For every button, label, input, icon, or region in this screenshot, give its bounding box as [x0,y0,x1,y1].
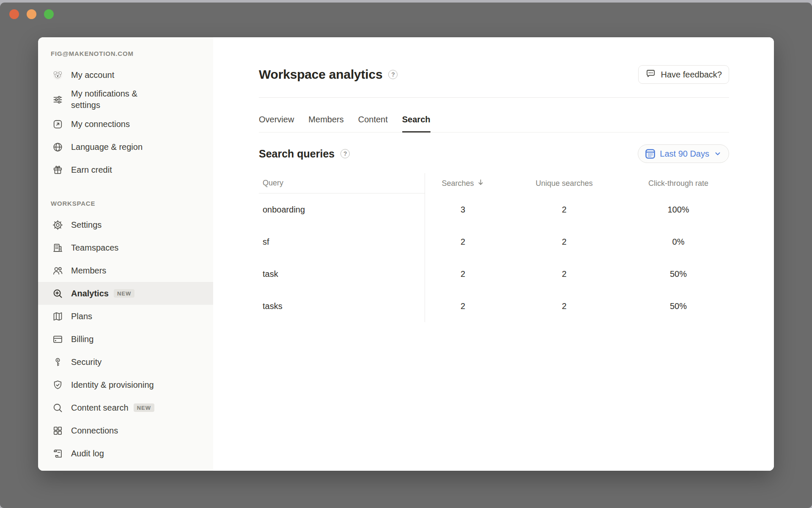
map-icon [52,310,63,322]
query-cell: sf [259,237,425,247]
column-header-query[interactable]: Query [259,173,425,193]
account-section-header: FIG@MAKENOTION.COM [38,50,213,58]
table-row[interactable]: onboarding 3 2 100% [259,193,729,226]
sidebar-item-settings[interactable]: Settings [38,213,213,236]
sidebar-item-connections[interactable]: Connections [38,419,213,442]
query-cell: tasks [259,301,425,311]
searches-cell: 2 [425,226,501,258]
column-header-ctr[interactable]: Click-through rate [628,179,729,188]
ctr-cell: 50% [628,269,729,279]
column-header-searches[interactable]: Searches [425,173,501,193]
workspace-section-header: WORKSPACE [38,200,213,208]
calendar-icon [645,149,655,159]
sidebar-item-content-search[interactable]: Content search NEW [38,396,213,419]
scroll-icon [52,447,63,459]
column-header-unique-searches[interactable]: Unique searches [501,179,628,188]
unique-searches-cell: 2 [501,269,628,279]
sidebar-item-label: My account [71,69,114,81]
sidebar-item-identity-provisioning[interactable]: Identity & provisioning [38,373,213,396]
sidebar-item-label: Settings [71,219,102,231]
table-row[interactable]: task 2 2 50% [259,258,729,290]
sidebar-item-my-connections[interactable]: My connections [38,113,213,135]
table-row[interactable]: sf 2 2 0% [259,226,729,258]
tab-overview[interactable]: Overview [259,115,294,132]
new-badge: NEW [114,289,134,298]
minimize-window-button[interactable] [27,9,36,19]
searches-cell: 2 [425,258,501,290]
speech-bubble-icon [645,68,656,81]
new-badge: NEW [134,403,154,412]
analytics-panel: Workspace analytics Have feedback? Overv… [213,37,774,471]
have-feedback-button[interactable]: Have feedback? [638,65,729,84]
sidebar-item-teamspaces[interactable]: Teamspaces [38,236,213,259]
sidebar-item-audit-log[interactable]: Audit log [38,442,213,465]
sidebar-item-label: Billing [71,334,93,345]
tab-search[interactable]: Search [402,115,431,132]
sidebar-item-label: Members [71,265,106,276]
unique-searches-cell: 2 [501,301,628,311]
have-feedback-label: Have feedback? [661,70,722,80]
sidebar-item-language-region[interactable]: Language & region [38,135,213,158]
gear-icon [52,219,63,231]
sidebar-item-label: Audit log [71,448,104,459]
grid-icon [52,425,63,436]
window-controls [9,9,54,19]
unique-searches-cell: 2 [501,205,628,215]
sidebar-item-label: Plans [71,311,92,322]
close-window-button[interactable] [9,9,19,19]
sidebar-item-label: Language & region [71,141,143,153]
sidebar-item-label: Analytics [71,288,109,299]
building-icon [52,242,63,254]
unique-searches-cell: 2 [501,237,628,247]
sidebar-item-billing[interactable]: Billing [38,328,213,351]
query-cell: onboarding [259,205,425,215]
ctr-cell: 0% [628,237,729,247]
sidebar-item-analytics[interactable]: Analytics NEW [38,282,213,305]
gift-icon [52,164,63,176]
zoom-window-button[interactable] [44,9,54,19]
sidebar-item-label: Content search [71,402,129,414]
searches-cell: 3 [425,193,501,226]
table-row[interactable]: tasks 2 2 50% [259,290,729,322]
searches-cell: 2 [425,290,501,322]
app-window: FIG@MAKENOTION.COM My account My notific… [0,3,812,508]
avatar [52,69,63,81]
sort-descending-icon [477,179,484,188]
people-icon [52,265,63,276]
sidebar-item-label: Security [71,356,102,368]
date-range-label: Last 90 Days [660,149,709,159]
external-link-icon [52,118,63,130]
ctr-cell: 100% [628,205,729,215]
sidebar-item-security[interactable]: Security [38,351,213,373]
sliders-icon [52,94,63,105]
analytics-tabs: Overview Members Content Search [259,98,729,133]
sidebar-item-notifications-settings[interactable]: My notifications & settings [38,86,213,113]
section-title: Search queries [259,148,335,160]
globe-icon [52,141,63,153]
sidebar-item-members[interactable]: Members [38,259,213,282]
help-icon[interactable] [388,70,398,79]
tab-members[interactable]: Members [308,115,343,132]
credit-card-icon [52,333,63,345]
help-icon[interactable] [340,149,350,158]
search-queries-table: Query Searches Unique searches Click-thr… [259,173,729,322]
zoom-plus-icon [52,287,63,299]
sidebar-item-plans[interactable]: Plans [38,305,213,328]
sidebar-item-label: Connections [71,425,118,436]
sidebar-item-label: Identity & provisioning [71,379,154,391]
table-header-row: Query Searches Unique searches Click-thr… [259,173,729,193]
chevron-down-icon [714,150,721,157]
settings-sidebar: FIG@MAKENOTION.COM My account My notific… [38,37,213,471]
date-range-dropdown[interactable]: Last 90 Days [638,144,729,163]
settings-dialog: FIG@MAKENOTION.COM My account My notific… [38,37,774,471]
search-icon [52,402,63,414]
sidebar-item-earn-credit[interactable]: Earn credit [38,158,213,181]
sidebar-item-label: My connections [71,119,130,130]
sidebar-item-label: Earn credit [71,164,112,176]
query-cell: task [259,269,425,279]
sidebar-item-label: My notifications & settings [71,88,158,111]
tab-content[interactable]: Content [358,115,388,132]
sidebar-item-my-account[interactable]: My account [38,64,213,86]
shield-check-icon [52,379,63,391]
key-icon [52,356,63,368]
